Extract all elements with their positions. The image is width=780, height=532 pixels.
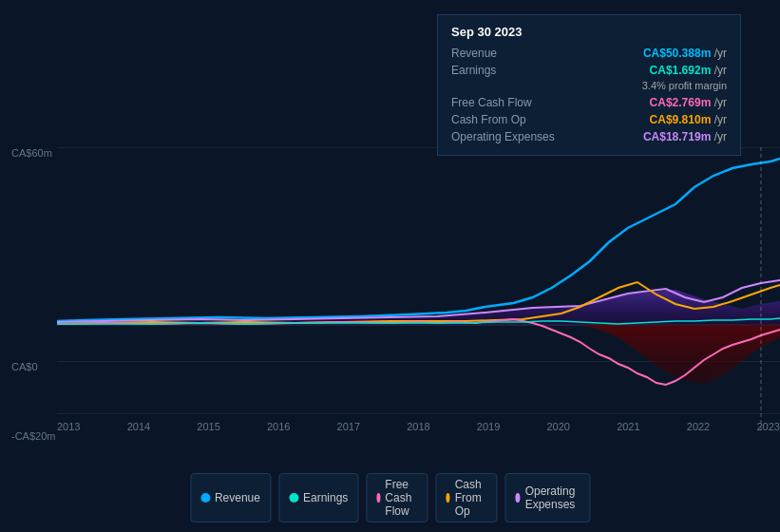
- y-label-top: CA$60m: [11, 147, 52, 159]
- tooltip-value-cashop: CA$9.810m: [650, 113, 712, 126]
- legend-item-cashop[interactable]: Cash From Op: [435, 473, 497, 522]
- y-label-neg: -CA$20m: [11, 430, 55, 442]
- tooltip-date: Sep 30 2023: [451, 25, 727, 39]
- x-label-2023: 2023: [756, 421, 779, 432]
- legend-dot-cashop: [446, 493, 449, 503]
- legend-dot-earnings: [289, 493, 298, 503]
- legend-label-fcf: Free Cash Flow: [385, 478, 417, 518]
- x-label-2013: 2013: [57, 421, 80, 432]
- x-label-2015: 2015: [197, 421, 219, 432]
- tooltip-row-revenue: Revenue CA$50.388m /yr: [451, 45, 727, 62]
- legend-item-opex[interactable]: Operating Expenses: [504, 473, 590, 522]
- tooltip-row-fcf: Free Cash Flow CA$2.769m /yr: [451, 94, 727, 111]
- tooltip-value-fcf: CA$2.769m: [650, 96, 712, 109]
- x-axis: 2013 2014 2015 2016 2017 2018 2019 2020 …: [57, 421, 780, 432]
- legend-dot-revenue: [200, 493, 210, 503]
- tooltip-profit-margin: 3.4% profit margin: [451, 79, 727, 94]
- legend-item-earnings[interactable]: Earnings: [278, 473, 358, 522]
- x-label-2019: 2019: [477, 421, 500, 432]
- x-label-2021: 2021: [617, 421, 639, 432]
- negative-fill: [580, 325, 780, 385]
- legend-label-earnings: Earnings: [303, 491, 348, 504]
- tooltip-label-opex: Operating Expenses: [451, 130, 555, 143]
- tooltip-label-fcf: Free Cash Flow: [451, 96, 532, 109]
- legend-dot-opex: [515, 493, 520, 503]
- legend-label-opex: Operating Expenses: [525, 484, 580, 511]
- legend: Revenue Earnings Free Cash Flow Cash Fro…: [190, 473, 590, 522]
- x-label-2014: 2014: [127, 421, 150, 432]
- x-label-2022: 2022: [687, 421, 710, 432]
- x-label-2018: 2018: [407, 421, 429, 432]
- tooltip-label-revenue: Revenue: [451, 47, 497, 60]
- x-label-2016: 2016: [267, 421, 290, 432]
- x-label-2017: 2017: [337, 421, 360, 432]
- tooltip-row-earnings: Earnings CA$1.692m /yr: [451, 62, 727, 79]
- tooltip-row-opex: Operating Expenses CA$18.719m /yr: [451, 128, 727, 145]
- x-label-2020: 2020: [546, 421, 569, 432]
- chart-svg: [57, 147, 780, 432]
- tooltip-row-cashop: Cash From Op CA$9.810m /yr: [451, 111, 727, 128]
- tooltip-label-earnings: Earnings: [451, 64, 496, 77]
- legend-item-fcf[interactable]: Free Cash Flow: [366, 473, 428, 522]
- tooltip-value-opex: CA$18.719m: [643, 130, 711, 143]
- tooltip-value-earnings: CA$1.692m: [650, 64, 712, 77]
- tooltip-card: Sep 30 2023 Revenue CA$50.388m /yr Earni…: [437, 14, 741, 156]
- legend-item-revenue[interactable]: Revenue: [190, 473, 271, 522]
- legend-dot-fcf: [376, 493, 380, 503]
- legend-label-cashop: Cash From Op: [455, 478, 487, 518]
- tooltip-value-revenue: CA$50.388m: [643, 47, 711, 60]
- legend-label-revenue: Revenue: [215, 491, 260, 504]
- y-label-zero: CA$0: [11, 361, 38, 372]
- tooltip-label-cashop: Cash From Op: [451, 113, 526, 126]
- chart-area: CA$60m CA$0 -CA$20m: [0, 147, 780, 484]
